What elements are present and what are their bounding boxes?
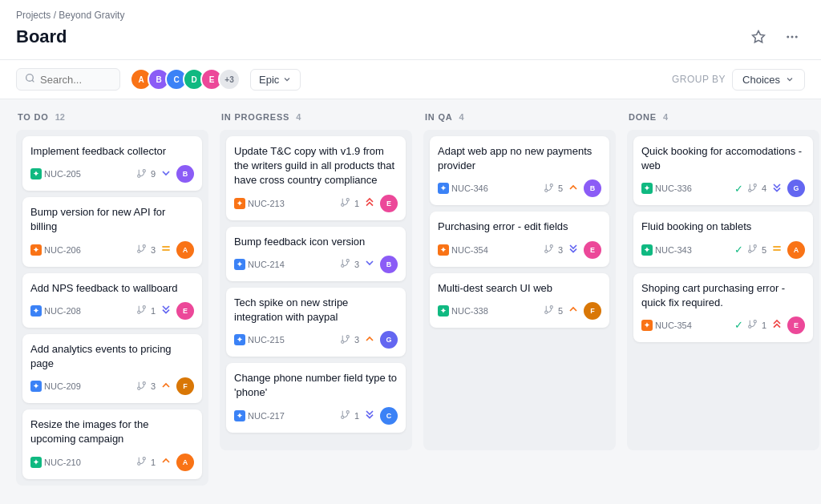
choices-button[interactable]: Choices — [732, 69, 805, 91]
priority-icon — [363, 256, 376, 272]
svg-point-18 — [143, 381, 145, 384]
story-points: 1 — [354, 199, 359, 208]
ticket-id: NUC-208 — [44, 306, 81, 316]
ticket-icon: ✦ — [641, 244, 653, 256]
card[interactable]: Adapt web app no new payments provider ✦… — [430, 136, 609, 205]
group-by-label: GROUP BY — [672, 74, 726, 85]
search-box[interactable] — [16, 68, 120, 91]
svg-line-5 — [32, 80, 34, 82]
ticket-icon: ✦ — [234, 259, 245, 270]
svg-point-30 — [346, 335, 349, 337]
card-title: Change phone number field type to 'phone… — [234, 371, 398, 400]
story-points: 5 — [762, 245, 766, 255]
search-icon — [25, 73, 35, 86]
card[interactable]: Bump feedback icon version ✦ NUC-214 3 B — [226, 227, 406, 281]
story-points: 3 — [354, 335, 359, 345]
story-points: 1 — [151, 458, 156, 467]
priority-icon — [363, 333, 376, 348]
card-meta: ✦ NUC-215 3 G — [234, 331, 398, 349]
ticket-badge: ✦ NUC-210 — [30, 457, 81, 468]
svg-point-19 — [138, 387, 140, 389]
svg-point-27 — [346, 260, 349, 262]
ticket-badge: ✦ NUC-205 — [30, 168, 81, 179]
story-points: 3 — [151, 381, 156, 391]
card[interactable]: Quick booking for accomodations - web ✦ … — [633, 136, 813, 205]
priority-icon — [160, 454, 172, 470]
svg-point-2 — [791, 36, 794, 38]
story-points: 1 — [354, 411, 359, 421]
card-meta-right: ✓ 4 G — [734, 179, 805, 197]
column-header: IN QA4 — [423, 112, 616, 122]
card-title: Tech spike on new stripe integration wit… — [234, 296, 398, 325]
branch-icon — [747, 319, 758, 331]
card-meta-right: 1 C — [340, 407, 398, 425]
column: IN QA4 Adapt web app no new payments pro… — [423, 112, 616, 491]
card[interactable]: Resize the images for the upcoming campa… — [22, 409, 202, 478]
column-cards: Implement feedback collector ✦ NUC-205 9… — [16, 130, 208, 486]
card[interactable]: Add NPS feedback to wallboard ✦ NUC-208 … — [22, 273, 202, 328]
column-cards: Adapt web app no new payments provider ✦… — [423, 130, 616, 450]
card[interactable]: Shoping cart purchasing error - quick fi… — [633, 273, 813, 342]
ticket-id: NUC-206 — [44, 245, 81, 255]
card[interactable]: Multi-dest search UI web ✦ NUC-338 5 F — [430, 273, 609, 328]
branch-icon — [544, 183, 554, 195]
ticket-id: NUC-213 — [248, 199, 285, 208]
breadcrumb: Projects / Beyond Gravity — [16, 10, 805, 21]
avatar-extra-count: +3 — [218, 68, 241, 91]
board: TO DO12 Implement feedback collector ✦ N… — [0, 99, 821, 504]
svg-point-15 — [143, 306, 145, 308]
star-button[interactable] — [746, 24, 771, 50]
ticket-badge: ✦ NUC-343 — [641, 244, 692, 256]
priority-icon — [363, 408, 376, 423]
done-check-icon: ✓ — [734, 244, 743, 256]
assignee-avatar: E — [380, 195, 398, 212]
card-title: Bump version for new API for billing — [30, 205, 194, 234]
card[interactable]: Purchasing error - edit fields ✦ NUC-354… — [430, 212, 609, 266]
svg-point-7 — [143, 169, 145, 171]
column-header: TO DO12 — [16, 112, 208, 122]
svg-point-37 — [545, 189, 548, 192]
svg-point-3 — [795, 36, 798, 38]
card[interactable]: Update T&C copy with v1.9 from the write… — [226, 136, 406, 220]
ticket-id: NUC-215 — [248, 335, 285, 345]
ticket-badge: ✦ NUC-213 — [234, 198, 285, 209]
svg-point-45 — [754, 184, 756, 187]
ticket-icon: ✦ — [641, 320, 653, 331]
branch-icon — [544, 244, 554, 256]
ticket-icon: ✦ — [641, 183, 653, 194]
avatar-group: A B C D E +3 — [130, 68, 241, 91]
card[interactable]: Change phone number field type to 'phone… — [226, 363, 406, 432]
assignee-avatar: G — [787, 179, 805, 197]
card-meta-right: 5 F — [544, 302, 601, 320]
svg-point-42 — [550, 306, 552, 308]
card-meta: ✦ NUC-208 1 E — [30, 302, 194, 320]
ticket-icon: ✦ — [234, 198, 245, 209]
card-title: Bump feedback icon version — [234, 235, 398, 249]
search-input[interactable] — [40, 74, 112, 86]
ticket-id: NUC-205 — [44, 169, 81, 179]
done-check-icon: ✓ — [734, 183, 743, 195]
card[interactable]: Fluid booking on tablets ✦ NUC-343 ✓ 5 A — [633, 212, 813, 266]
svg-marker-0 — [753, 31, 765, 42]
branch-icon — [747, 244, 758, 256]
card-meta: ✦ NUC-210 1 A — [30, 454, 194, 471]
priority-icon — [160, 303, 172, 318]
assignee-avatar: B — [380, 256, 398, 273]
card-meta-right: 9 B — [136, 165, 194, 183]
card-meta: ✦ NUC-206 3 A — [30, 241, 194, 259]
svg-point-54 — [749, 326, 751, 329]
card[interactable]: Implement feedback collector ✦ NUC-205 9… — [22, 136, 202, 191]
ticket-badge: ✦ NUC-208 — [30, 305, 81, 317]
card[interactable]: Bump version for new API for billing ✦ N… — [22, 197, 202, 266]
card-meta: ✦ NUC-336 ✓ 4 G — [641, 179, 805, 197]
card[interactable]: Tech spike on new stripe integration wit… — [226, 288, 406, 357]
ticket-badge: ✦ NUC-217 — [234, 410, 285, 421]
more-button[interactable] — [779, 24, 805, 50]
ticket-id: NUC-346 — [451, 183, 488, 193]
svg-point-48 — [754, 245, 756, 248]
ticket-icon: ✦ — [234, 410, 245, 421]
epic-filter[interactable]: Epic — [250, 69, 301, 91]
card[interactable]: Add analytics events to pricing page ✦ N… — [22, 334, 202, 403]
column-count: 12 — [55, 112, 65, 122]
ticket-icon: ✦ — [234, 334, 245, 345]
